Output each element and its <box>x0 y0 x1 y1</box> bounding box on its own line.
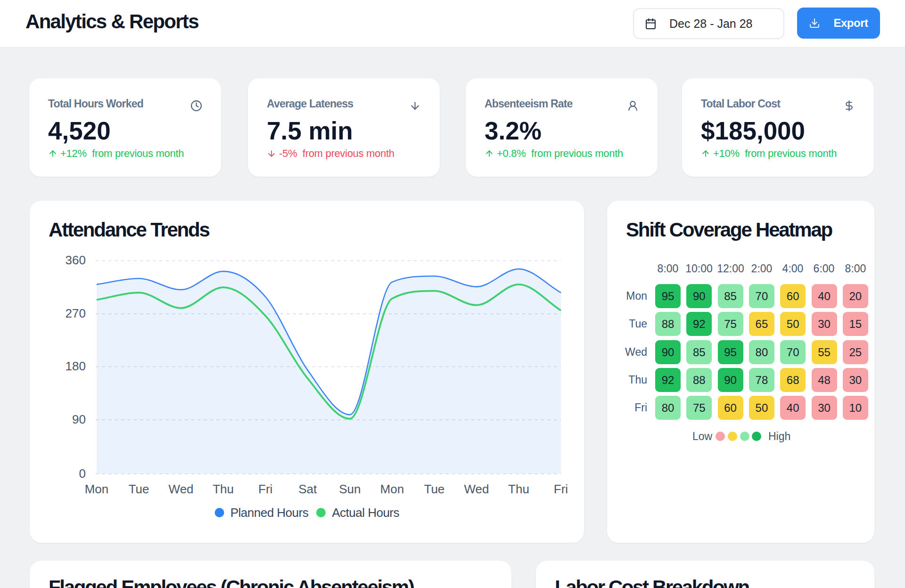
svg-text:Sat: Sat <box>298 482 317 496</box>
svg-text:Wed: Wed <box>464 482 489 496</box>
svg-text:Mon: Mon <box>380 482 404 496</box>
svg-text:Fri: Fri <box>258 482 272 496</box>
svg-text:Tue: Tue <box>424 482 444 496</box>
svg-text:180: 180 <box>66 359 86 373</box>
svg-text:270: 270 <box>66 306 86 320</box>
svg-text:Thu: Thu <box>213 482 234 496</box>
svg-text:Planned Hours: Planned Hours <box>230 506 309 520</box>
svg-text:Mon: Mon <box>85 482 109 496</box>
svg-text:Wed: Wed <box>169 482 194 496</box>
svg-text:0: 0 <box>79 466 86 481</box>
svg-text:360: 360 <box>66 253 86 267</box>
svg-text:Fri: Fri <box>554 482 568 496</box>
svg-text:90: 90 <box>72 412 86 426</box>
svg-text:Actual Hours: Actual Hours <box>332 506 399 520</box>
svg-text:Thu: Thu <box>508 482 529 496</box>
svg-text:Sun: Sun <box>339 482 361 496</box>
svg-text:Tue: Tue <box>129 482 149 496</box>
